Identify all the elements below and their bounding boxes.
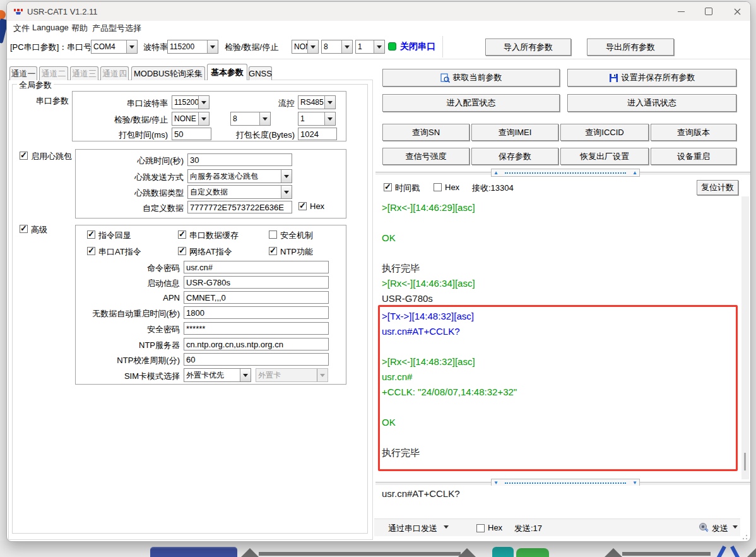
log-scrollbar-track[interactable] (741, 196, 749, 479)
splitter-handle-top[interactable]: ▲ ▲ (491, 169, 640, 177)
chevron-down-icon[interactable] (341, 40, 352, 53)
chevron-down-icon[interactable] (259, 112, 270, 125)
enter-config-button[interactable]: 进入配置状态 (382, 94, 560, 112)
com-port-combo[interactable]: COM4 (91, 40, 138, 54)
get-params-button[interactable]: 获取当前参数 (382, 69, 560, 87)
tab-channel-3[interactable]: 通道三 (70, 66, 98, 80)
stopbits-combo[interactable]: 1 (355, 40, 385, 54)
baud-combo[interactable]: 115200 (167, 40, 218, 54)
log-hex-checkbox[interactable] (434, 183, 442, 191)
timestamp-checkbox[interactable] (384, 183, 392, 191)
packtime-input[interactable] (172, 128, 211, 140)
tab-modbus[interactable]: MODBUS轮询采集 (131, 66, 205, 80)
query-signal-button[interactable]: 查信号强度 (382, 148, 470, 165)
query-sn-button[interactable]: 查询SN (382, 124, 470, 141)
titlebar[interactable]: USR-CAT1 V1.2.11 (7, 2, 750, 21)
cmd-pwd-input[interactable] (184, 261, 329, 273)
send-input-area[interactable]: usr.cn#AT+CCLK? (374, 486, 740, 517)
query-iccid-button[interactable]: 查询ICCID (560, 124, 649, 141)
safe-mechanism-checkbox[interactable] (269, 231, 277, 239)
databits-combo[interactable]: 8 (321, 40, 353, 54)
desktop-icon-fragment[interactable] (516, 548, 549, 557)
maximize-button[interactable] (695, 2, 723, 21)
device-reboot-button[interactable]: 设备重启 (651, 148, 736, 165)
desktop-icon-fragment[interactable] (622, 552, 711, 556)
reset-count-button[interactable]: 复位计数 (697, 180, 738, 195)
cmd-echo-checkbox[interactable] (87, 231, 95, 239)
menu-product-model[interactable]: 产品型号选择 (92, 23, 141, 34)
serial-parity-combo[interactable]: NONE (172, 112, 210, 126)
chevron-down-icon[interactable] (126, 40, 137, 53)
heartbeat-enable-checkbox[interactable] (20, 152, 28, 160)
desktop-icon-fragment[interactable] (458, 548, 476, 557)
heartbeat-mode-combo[interactable]: 向服务器发送心跳包 (187, 169, 292, 183)
advanced-enable-checkbox[interactable] (20, 225, 28, 233)
tab-channel-2[interactable]: 通道二 (39, 66, 68, 80)
minimize-button[interactable] (667, 2, 695, 21)
desktop-icon-fragment[interactable] (241, 548, 259, 557)
factory-reset-button[interactable]: 恢复出厂设置 (560, 148, 649, 165)
enter-comm-button[interactable]: 进入通讯状态 (567, 94, 736, 112)
desktop-icon-fragment[interactable] (605, 548, 622, 557)
chevron-down-icon[interactable] (307, 40, 318, 53)
menu-language[interactable]: Language (32, 23, 69, 32)
ntp-period-input[interactable] (184, 353, 329, 366)
heartbeat-data-input[interactable] (187, 201, 292, 213)
tab-channel-1[interactable]: 通道一 (9, 66, 37, 80)
chevron-down-icon[interactable] (733, 525, 738, 531)
chevron-down-icon[interactable] (324, 96, 335, 109)
query-imei-button[interactable]: 查询IMEI (471, 124, 558, 141)
chevron-down-icon[interactable] (207, 40, 218, 53)
flow-combo[interactable]: RS485 (298, 95, 336, 109)
desktop-icon-fragment[interactable] (150, 547, 237, 557)
set-save-params-button[interactable]: 设置并保存所有参数 (567, 69, 736, 87)
chevron-down-icon[interactable] (198, 96, 209, 109)
desktop-icon-fragment[interactable] (730, 546, 740, 557)
close-button[interactable] (723, 2, 751, 21)
chevron-down-icon[interactable] (198, 112, 209, 125)
heartbeat-time-input[interactable] (187, 153, 292, 166)
send-hex-checkbox[interactable] (476, 524, 485, 532)
desktop-icon-fragment[interactable] (259, 552, 461, 556)
log-area[interactable]: >[Rx<-][14:46:29][asc] OK 执行完毕 >[Rx<-][1… (374, 196, 740, 479)
safe-pwd-input[interactable] (184, 322, 329, 335)
serial-baud-combo[interactable]: 115200 (172, 95, 210, 109)
packlen-input[interactable] (298, 128, 337, 140)
net-at-checkbox[interactable] (178, 247, 186, 255)
resize-grip[interactable] (741, 534, 749, 540)
apn-input[interactable] (184, 291, 329, 304)
chevron-down-icon[interactable] (240, 369, 251, 381)
uart-cache-checkbox[interactable] (178, 231, 186, 239)
desktop-icon-fragment[interactable] (492, 547, 514, 557)
serial-stopbits-combo[interactable]: 1 (298, 112, 336, 126)
chevron-down-icon[interactable] (281, 186, 292, 198)
import-params-button[interactable]: 导入所有参数 (485, 39, 571, 56)
query-version-button[interactable]: 查询版本 (651, 124, 736, 141)
uart-at-checkbox[interactable] (87, 247, 95, 255)
tab-basic-params[interactable]: 基本参数 (207, 64, 247, 80)
menu-file[interactable]: 文件 (13, 23, 30, 34)
save-params-button[interactable]: 保存参数 (471, 148, 558, 165)
serial-databits-combo[interactable]: 8 (230, 112, 271, 126)
tab-gnss[interactable]: GNSS (249, 66, 272, 80)
chevron-down-icon[interactable] (444, 525, 449, 531)
menu-help[interactable]: 帮助 (71, 23, 88, 34)
close-port-button[interactable]: 关闭串口 (400, 41, 435, 52)
desktop-icon-fragment[interactable] (716, 546, 726, 557)
chevron-down-icon[interactable] (374, 40, 384, 53)
ntp-server-input[interactable] (184, 338, 329, 350)
parity-combo[interactable]: NONI (292, 40, 319, 54)
heartbeat-hex-checkbox[interactable] (298, 202, 307, 210)
heartbeat-type-combo[interactable]: 自定义数据 (187, 185, 292, 199)
tab-channel-4[interactable]: 通道四 (100, 66, 129, 80)
desktop-icon-fragment[interactable] (747, 548, 756, 557)
auto-restart-input[interactable] (184, 306, 329, 319)
chevron-down-icon[interactable] (324, 112, 335, 125)
send-button[interactable]: 发送 (712, 523, 728, 534)
export-params-button[interactable]: 导出所有参数 (587, 39, 674, 56)
boot-info-input[interactable] (184, 276, 329, 289)
sim-mode-combo[interactable]: 外置卡优先 (184, 368, 251, 382)
ntp-checkbox[interactable] (269, 247, 277, 255)
send-via-dropdown[interactable]: 通过串口发送 (388, 523, 437, 534)
log-scrollbar-thumb[interactable] (744, 453, 746, 470)
